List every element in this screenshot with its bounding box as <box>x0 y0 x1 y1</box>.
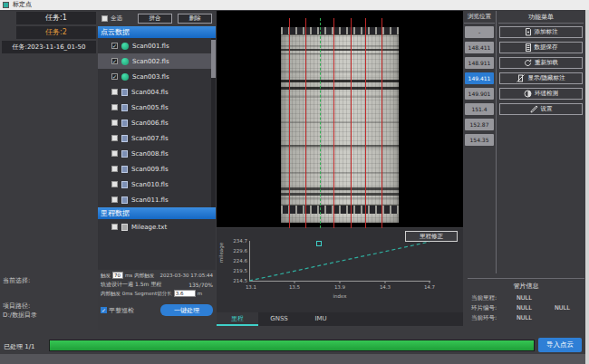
menu-item-settings[interactable]: 设置 <box>499 103 583 115</box>
checkbox[interactable] <box>111 196 118 203</box>
scan-list-item[interactable]: Scan011.fls <box>98 192 216 207</box>
scan-list-item[interactable]: Scan006.fls <box>98 115 216 130</box>
checkbox[interactable] <box>111 181 118 187</box>
scan-file-name: Scan005.fls <box>131 104 169 111</box>
current-ring-value: NULL <box>517 314 532 321</box>
window-right-edge <box>585 10 589 364</box>
mileage-chart <box>249 241 430 284</box>
scan-list-item[interactable]: Scan001.fls <box>98 38 216 53</box>
menu-item-toggle-annotation[interactable]: 显示/隐藏标注 <box>499 72 583 84</box>
y-tick: 224.6 <box>227 258 247 263</box>
menu-item-label: 添加标注 <box>535 28 558 36</box>
ring-line <box>365 18 366 228</box>
task-item-1[interactable]: 任务:1 <box>16 12 96 24</box>
checkbox[interactable] <box>111 104 118 110</box>
flatten-label: 平整巡检 <box>109 306 134 315</box>
file-icon <box>121 135 128 142</box>
position-item[interactable]: 152.87 <box>465 119 494 130</box>
mileage-chart-panel: 里程修正 mileage 234.7 229.6 224.6 219.5 214… <box>217 228 463 312</box>
divider <box>498 23 584 24</box>
data-source-tabs: 里程 GNSS IMU <box>217 312 463 326</box>
scan-list-item[interactable]: Scan010.fls <box>98 177 216 192</box>
divider <box>464 23 495 24</box>
track-value: 135/70% <box>188 282 213 288</box>
tab-gnss[interactable]: GNSS <box>258 312 300 326</box>
scan-list-item[interactable]: Scan002.fls <box>98 53 216 69</box>
contrast-icon <box>524 90 532 98</box>
position-item[interactable]: 148.911 <box>465 57 494 69</box>
y-tick: 234.7 <box>227 238 247 244</box>
checkbox[interactable] <box>111 89 118 95</box>
scan-list-item[interactable]: Scan008.fls <box>98 146 216 161</box>
import-pointcloud-button[interactable]: 导入点云 <box>538 338 582 352</box>
trigger-input[interactable] <box>112 272 123 279</box>
delete-button[interactable]: 删除 <box>178 14 212 24</box>
ring-line <box>333 18 334 228</box>
segment-label: Segment切分长 <box>134 291 171 297</box>
scan-list-item[interactable]: Scan004.fls <box>98 84 216 100</box>
scan-file-name: Scan004.fls <box>131 89 169 96</box>
scan-list-item[interactable]: Scan009.fls <box>98 161 216 177</box>
menu-item-add-annotation[interactable]: 添加标注 <box>499 26 583 38</box>
title-bar: 标定点 <box>0 0 589 10</box>
pointcloud-loaded-icon <box>121 43 129 50</box>
menu-item-label: 环缝检测 <box>535 90 558 98</box>
menu-item-label: 重新加载 <box>535 59 558 67</box>
track-info-row: 轨迹设计一遍 1.5m 里程 135/70% <box>101 281 213 289</box>
ring-number-value-2: NULL <box>555 304 570 311</box>
menu-item-label: 数据保存 <box>535 43 558 52</box>
tab-imu[interactable]: IMU <box>300 312 342 326</box>
position-item[interactable]: 148.411 <box>465 42 494 53</box>
y-tick: 214.5 <box>227 278 247 283</box>
x-tick: 13.5 <box>284 284 305 290</box>
position-item[interactable]: 154.35 <box>465 134 494 146</box>
mileage-list-item[interactable]: Mileage.txt <box>98 219 216 235</box>
ring-line <box>351 18 352 228</box>
menu-item-save-data[interactable]: 数据保存 <box>499 42 583 53</box>
ring-number-label: 环片编号: <box>471 304 497 312</box>
ring-line <box>289 18 290 228</box>
edit-icon <box>530 105 538 113</box>
checkbox[interactable] <box>111 224 118 230</box>
project-path-label: 项目路径: <box>3 302 30 311</box>
menu-item-label: 设置 <box>541 105 553 113</box>
checkbox[interactable] <box>111 150 118 157</box>
pointcloud-section-header: 点云数据 <box>98 26 216 38</box>
menu-item-reload[interactable]: 重新加载 <box>499 57 583 69</box>
scan-list-item[interactable]: Scan005.fls <box>98 100 216 115</box>
checkbox[interactable] <box>111 58 118 64</box>
mileage-list: Mileage.txt <box>98 219 216 270</box>
scan-file-name: Scan009.fls <box>131 166 169 173</box>
y-tick: 219.5 <box>227 268 247 273</box>
scan-list-item[interactable]: Scan007.fls <box>98 130 216 146</box>
segment-info-header: 管片信息 <box>468 282 584 291</box>
flatten-checkbox[interactable] <box>101 307 107 313</box>
checkbox[interactable] <box>111 73 118 80</box>
scrollbar-thumb[interactable] <box>211 40 216 78</box>
position-item-selected[interactable]: 149.411 <box>465 72 494 84</box>
task-item-3[interactable]: 任务:2023-11-16_01-50 <box>2 41 96 53</box>
x-tick: 14.3 <box>374 284 396 290</box>
position-item[interactable]: - <box>465 26 494 38</box>
merge-button[interactable]: 拼合 <box>138 14 172 24</box>
process-button[interactable]: 一键处理 <box>160 304 213 316</box>
checkbox[interactable] <box>111 135 118 141</box>
position-item[interactable]: 149.901 <box>465 88 494 100</box>
checkbox[interactable] <box>111 43 118 49</box>
pointcloud-loaded-icon <box>121 58 129 65</box>
tab-mileage[interactable]: 里程 <box>217 312 258 326</box>
position-item[interactable]: 151.4 <box>465 103 494 115</box>
scan-viewport[interactable] <box>217 11 463 227</box>
current-mileage-value: NULL <box>517 294 532 302</box>
menu-header: 功能菜单 <box>498 13 584 22</box>
menu-item-label: 显示/隐藏标注 <box>527 74 565 82</box>
scan-list-scrollbar[interactable] <box>211 38 216 207</box>
file-panel: 全选 拼合 删除 点云数据 Scan001.fls Scan002.fls Sc… <box>98 11 216 330</box>
checkbox[interactable] <box>111 166 118 172</box>
scan-list-item[interactable]: Scan003.fls <box>98 69 216 84</box>
checkbox[interactable] <box>111 120 118 126</box>
menu-item-ring-seam[interactable]: 环缝检测 <box>499 88 583 100</box>
task-item-2[interactable]: 任务:2 <box>16 26 96 39</box>
select-all-checkbox[interactable] <box>101 15 108 22</box>
segment-length-input[interactable] <box>174 290 196 297</box>
